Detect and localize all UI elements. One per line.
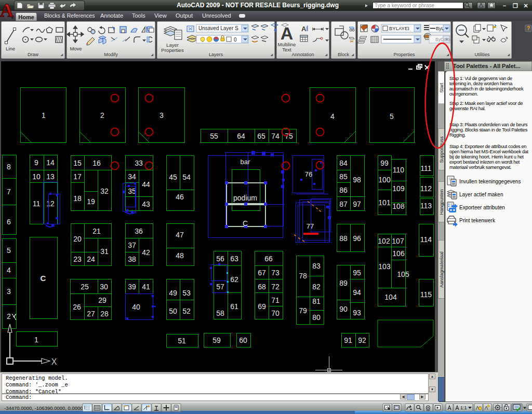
svg-text:106: 106 [392, 249, 405, 258]
svg-text:20: 20 [73, 235, 82, 243]
svg-text:podium: podium [233, 194, 257, 202]
svg-text:7: 7 [7, 188, 11, 196]
svg-text:54: 54 [182, 173, 191, 181]
svg-text:69: 69 [258, 302, 266, 311]
svg-text:105: 105 [397, 270, 409, 278]
svg-text:71: 71 [271, 296, 280, 304]
svg-text:104: 104 [384, 293, 397, 301]
svg-text:86: 86 [339, 186, 348, 194]
svg-text:115: 115 [420, 290, 432, 299]
svg-text:108: 108 [392, 202, 405, 210]
svg-text:81: 81 [312, 297, 321, 305]
svg-text:66: 66 [264, 255, 273, 263]
svg-text:58: 58 [216, 309, 224, 317]
svg-text:102: 102 [378, 237, 390, 245]
svg-text:113: 113 [420, 202, 432, 210]
svg-text:109: 109 [392, 184, 405, 193]
svg-text:96: 96 [353, 234, 361, 243]
svg-text:70: 70 [271, 309, 280, 317]
svg-text:25: 25 [81, 283, 89, 291]
svg-text:43: 43 [142, 200, 150, 208]
svg-text:76: 76 [305, 170, 312, 178]
svg-text:44: 44 [142, 180, 150, 189]
svg-text:79: 79 [299, 306, 307, 315]
svg-text:10: 10 [32, 172, 41, 181]
svg-text:62: 62 [230, 275, 238, 284]
svg-text:97: 97 [353, 200, 361, 208]
svg-text:C: C [243, 219, 248, 228]
svg-text:42: 42 [142, 248, 150, 257]
svg-text:103: 103 [378, 262, 391, 271]
svg-text:47: 47 [176, 231, 184, 239]
svg-text:1: 1 [34, 336, 38, 344]
svg-text:17: 17 [73, 172, 82, 181]
svg-text:16: 16 [92, 159, 101, 167]
svg-text:24: 24 [87, 255, 95, 263]
svg-text:15: 15 [73, 159, 82, 167]
svg-text:2: 2 [7, 312, 11, 320]
svg-text:63: 63 [230, 255, 238, 263]
svg-text:3: 3 [159, 111, 164, 119]
svg-text:72: 72 [271, 283, 280, 291]
svg-text:33: 33 [135, 159, 143, 167]
svg-text:55: 55 [210, 132, 218, 140]
svg-text:1: 1 [42, 111, 46, 119]
svg-text:59: 59 [212, 336, 221, 344]
svg-text:13: 13 [46, 172, 55, 181]
svg-text:88: 88 [339, 234, 348, 243]
svg-text:5: 5 [390, 112, 394, 121]
svg-text:93: 93 [353, 309, 361, 317]
svg-text:49: 49 [169, 289, 177, 297]
svg-text:107: 107 [392, 237, 404, 245]
svg-text:X: X [51, 357, 57, 366]
svg-text:18: 18 [73, 194, 82, 203]
svg-text:65: 65 [257, 132, 265, 140]
svg-text:36: 36 [135, 227, 143, 235]
svg-text:98: 98 [353, 176, 361, 184]
svg-text:46: 46 [176, 193, 184, 201]
svg-text:3: 3 [7, 287, 11, 296]
svg-text:53: 53 [182, 289, 191, 297]
svg-text:85: 85 [339, 172, 348, 181]
svg-text:91: 91 [344, 336, 352, 344]
svg-text:114: 114 [420, 235, 432, 244]
svg-text:21: 21 [92, 227, 101, 235]
svg-text:111: 111 [420, 164, 431, 172]
svg-text:110: 110 [393, 166, 405, 174]
svg-text:57: 57 [216, 283, 224, 291]
svg-text:95: 95 [353, 269, 361, 277]
svg-text:99: 99 [380, 159, 389, 167]
svg-text:32: 32 [100, 187, 109, 195]
svg-text:101: 101 [378, 198, 391, 207]
svg-text:12: 12 [46, 199, 55, 208]
svg-text:34: 34 [128, 172, 136, 181]
svg-text:74: 74 [271, 132, 280, 140]
svg-text:80: 80 [312, 313, 321, 322]
svg-text:82: 82 [312, 283, 321, 291]
svg-text:38: 38 [128, 255, 136, 263]
svg-text:C: C [41, 274, 46, 283]
svg-text:77: 77 [307, 222, 314, 230]
svg-text:68: 68 [258, 283, 266, 291]
svg-text:60: 60 [239, 336, 247, 344]
svg-text:5: 5 [7, 246, 11, 255]
svg-text:11: 11 [33, 199, 41, 208]
svg-text:27: 27 [87, 310, 95, 318]
svg-text:39: 39 [128, 283, 136, 291]
svg-text:50: 50 [169, 307, 177, 315]
svg-text:45: 45 [169, 173, 177, 181]
svg-text:94: 94 [353, 288, 361, 297]
svg-text:84: 84 [339, 159, 348, 167]
svg-text:14: 14 [46, 158, 55, 167]
svg-text:112: 112 [420, 184, 432, 193]
svg-text:2: 2 [100, 111, 104, 119]
svg-text:87: 87 [339, 200, 348, 208]
svg-text:9: 9 [34, 158, 38, 167]
svg-text:73: 73 [271, 269, 280, 277]
svg-text:6: 6 [7, 218, 11, 226]
svg-text:92: 92 [358, 336, 366, 344]
svg-text:28: 28 [100, 310, 109, 318]
svg-text:64: 64 [237, 132, 245, 140]
svg-text:41: 41 [142, 283, 150, 291]
svg-text:26: 26 [73, 303, 81, 311]
